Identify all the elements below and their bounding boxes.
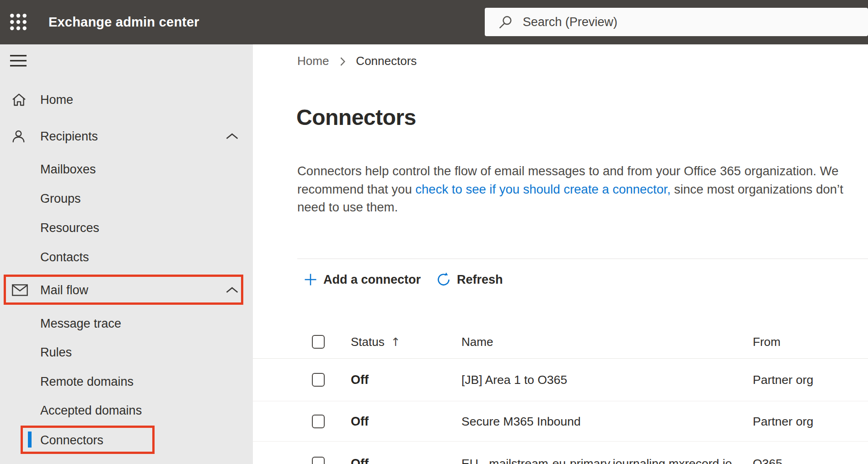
description-line-3: need to use them. [297, 200, 398, 214]
breadcrumb-current-page: Connectors [356, 54, 417, 68]
table-row[interactable]: Off EU - mailstream-eu-primary.journalin… [253, 442, 868, 464]
sidebar-item-mailboxes[interactable]: Mailboxes [0, 155, 253, 184]
breadcrumb-chevron-icon [340, 57, 346, 66]
search-icon [498, 15, 513, 29]
sidebar-item-recipients[interactable]: Recipients [0, 120, 253, 153]
main-content: Home Connectors Connectors Connectors he… [253, 44, 868, 464]
app-launcher-button[interactable] [6, 10, 30, 34]
table-header-row: Status↑ Name From [253, 325, 868, 359]
chevron-up-icon[interactable] [226, 287, 238, 293]
column-header-from[interactable]: From [753, 335, 781, 349]
description-line-1: Connectors help control the flow of emai… [297, 164, 839, 178]
from-cell: Partner org [753, 414, 814, 428]
mail-icon [12, 284, 28, 296]
column-header-status[interactable]: Status↑ [351, 335, 401, 349]
name-cell: Secure M365 Inbound [461, 414, 581, 428]
from-cell: O365 [753, 456, 782, 464]
search-input[interactable] [523, 15, 834, 29]
sidebar-nav: Home Recipients Mailboxes Groups Resourc… [0, 44, 253, 464]
app-launcher-icon [10, 13, 27, 31]
name-cell: EU - mailstream-eu-primary.journaling.mx… [461, 456, 732, 464]
add-connector-button[interactable]: Add a connector [304, 273, 421, 287]
row-checkbox[interactable] [312, 415, 325, 428]
refresh-button[interactable]: Refresh [436, 272, 503, 287]
sidebar-item-message-trace[interactable]: Message trace [0, 309, 253, 338]
sidebar-item-home[interactable]: Home [0, 83, 253, 116]
breadcrumb-home-link[interactable]: Home [297, 54, 329, 68]
sidebar-item-remote-domains[interactable]: Remote domains [0, 367, 253, 396]
hamburger-menu-button[interactable] [10, 55, 28, 70]
name-cell: [JB] Area 1 to O365 [461, 373, 567, 387]
top-bar: Exchange admin center [0, 0, 868, 44]
exchange-admin-center-window: Exchange admin center Ho [0, 0, 868, 464]
add-icon [304, 273, 317, 286]
breadcrumb: Home Connectors [297, 53, 417, 69]
select-all-checkbox[interactable] [312, 335, 325, 349]
sidebar-item-rules[interactable]: Rules [0, 338, 253, 367]
refresh-icon [436, 272, 451, 287]
table-row[interactable]: Off [JB] Area 1 to O365 Partner org [253, 359, 868, 401]
page-description: Connectors help control the flow of emai… [297, 162, 860, 216]
status-cell: Off [351, 414, 369, 428]
search-box[interactable] [485, 8, 868, 36]
toolbar-top-divider [297, 259, 868, 259]
from-cell: Partner org [753, 373, 814, 387]
selected-item-indicator [28, 432, 32, 448]
description-line-2-after: since most organizations don’t [670, 182, 843, 196]
status-cell: Off [351, 373, 369, 387]
home-icon [12, 93, 26, 107]
page-title: Connectors [296, 105, 416, 130]
status-cell: Off [351, 456, 369, 464]
sidebar-item-mail-flow[interactable]: Mail flow [0, 274, 253, 307]
command-bar: Add a connector Refresh [304, 269, 503, 290]
row-checkbox[interactable] [312, 373, 325, 387]
sidebar-item-connectors[interactable]: Connectors [0, 426, 253, 455]
sidebar-item-groups[interactable]: Groups [0, 184, 253, 213]
sidebar-item-accepted-domains[interactable]: Accepted domains [0, 396, 253, 425]
chevron-up-icon[interactable] [226, 133, 238, 140]
hamburger-menu-icon [10, 55, 27, 68]
description-line-2-before: recommend that you [297, 182, 415, 196]
create-connector-check-link[interactable]: check to see if you should create a conn… [415, 182, 670, 196]
sidebar-item-resources[interactable]: Resources [0, 213, 253, 243]
table-row[interactable]: Off Secure M365 Inbound Partner org [253, 401, 868, 442]
person-icon [12, 130, 25, 143]
sidebar-item-contacts[interactable]: Contacts [0, 243, 253, 272]
row-checkbox[interactable] [312, 457, 325, 464]
sort-ascending-icon: ↑ [391, 335, 401, 348]
column-header-name[interactable]: Name [461, 335, 493, 349]
app-title: Exchange admin center [48, 0, 199, 44]
